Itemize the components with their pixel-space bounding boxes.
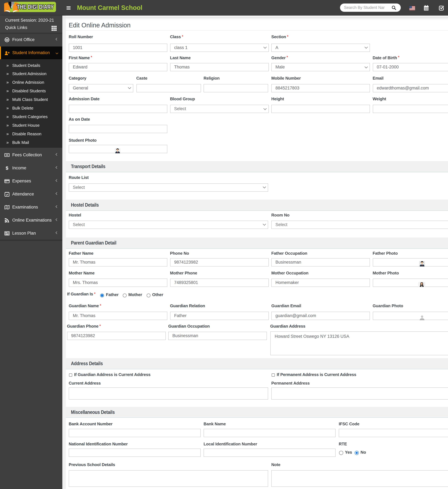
svg-text:$: $: [6, 166, 8, 171]
svg-text:THE DIGI DIARY: THE DIGI DIARY: [17, 4, 54, 10]
